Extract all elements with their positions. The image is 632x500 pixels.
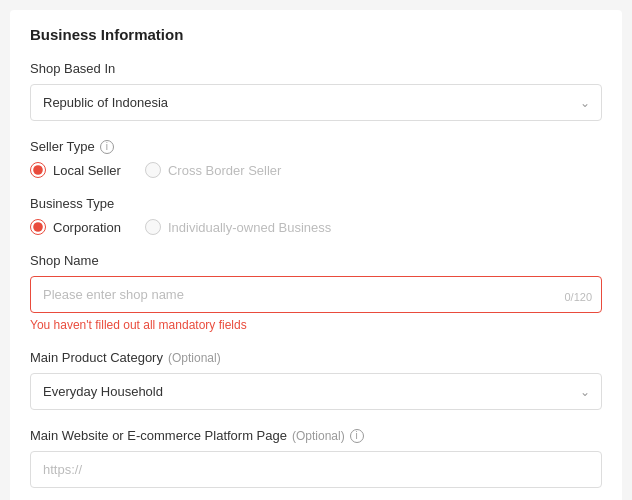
local-seller-radio[interactable]	[30, 162, 46, 178]
local-seller-option[interactable]: Local Seller	[30, 162, 121, 178]
cross-border-seller-label: Cross Border Seller	[168, 163, 281, 178]
seller-type-info-icon[interactable]: i	[100, 140, 114, 154]
main-product-category-wrapper: Everyday Household ⌄	[30, 373, 602, 410]
local-seller-label: Local Seller	[53, 163, 121, 178]
shop-name-input[interactable]	[30, 276, 602, 313]
shop-based-in-label: Shop Based In	[30, 61, 602, 76]
corporation-radio[interactable]	[30, 219, 46, 235]
shop-name-label: Shop Name	[30, 253, 602, 268]
shop-name-error: You haven't filled out all mandatory fie…	[30, 318, 602, 332]
seller-type-label: Seller Type i	[30, 139, 602, 154]
shop-based-in-select[interactable]: Republic of Indonesia	[30, 84, 602, 121]
corporation-label: Corporation	[53, 220, 121, 235]
business-type-radio-group: Corporation Individually-owned Business	[30, 219, 602, 235]
main-product-category-section: Main Product Category (Optional) Everyda…	[30, 350, 602, 410]
cross-border-seller-radio	[145, 162, 161, 178]
main-website-section: Main Website or E-commerce Platform Page…	[30, 428, 602, 488]
shop-based-in-wrapper: Republic of Indonesia ⌄	[30, 84, 602, 121]
individually-owned-option: Individually-owned Business	[145, 219, 331, 235]
shop-name-char-count: 0/120	[564, 291, 592, 303]
seller-type-radio-group: Local Seller Cross Border Seller	[30, 162, 602, 178]
corporation-option[interactable]: Corporation	[30, 219, 121, 235]
page-container: Business Information Shop Based In Repub…	[10, 10, 622, 500]
individually-owned-label: Individually-owned Business	[168, 220, 331, 235]
main-website-label: Main Website or E-commerce Platform Page…	[30, 428, 602, 443]
main-product-category-label: Main Product Category (Optional)	[30, 350, 602, 365]
main-product-category-select[interactable]: Everyday Household	[30, 373, 602, 410]
seller-type-section: Seller Type i Local Seller Cross Border …	[30, 139, 602, 178]
main-website-info-icon[interactable]: i	[350, 429, 364, 443]
main-website-input[interactable]	[30, 451, 602, 488]
page-title: Business Information	[30, 26, 602, 43]
individually-owned-radio	[145, 219, 161, 235]
shop-name-section: Shop Name 0/120 You haven't filled out a…	[30, 253, 602, 332]
business-type-label: Business Type	[30, 196, 602, 211]
cross-border-seller-option: Cross Border Seller	[145, 162, 281, 178]
shop-based-in-section: Shop Based In Republic of Indonesia ⌄	[30, 61, 602, 121]
business-type-section: Business Type Corporation Individually-o…	[30, 196, 602, 235]
shop-name-input-wrapper: 0/120	[30, 276, 602, 313]
